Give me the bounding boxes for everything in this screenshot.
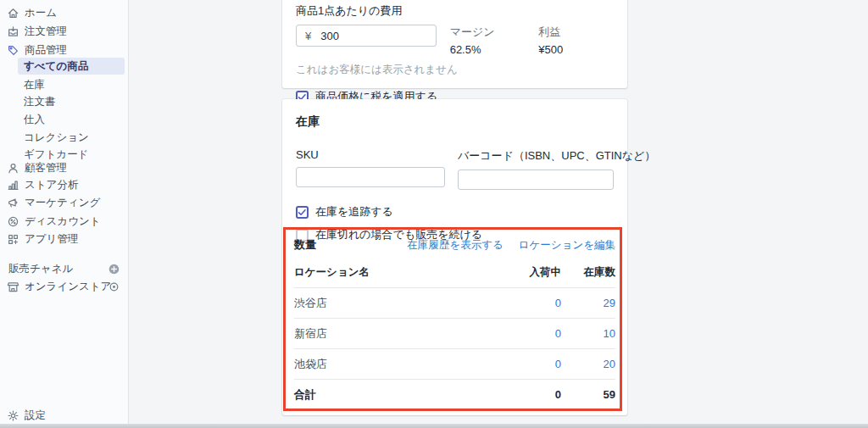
sidebar-item-label: オンラインストア [25,280,111,294]
available-value[interactable]: 29 [561,297,615,309]
sidebar-item-label: 注文管理 [25,25,67,39]
sidebar-item-label: 設定 [25,409,46,423]
column-location: ロケーション名 [294,265,495,280]
sku-label: SKU [296,148,445,161]
sidebar-item-products[interactable]: 商品管理 [0,42,129,59]
sidebar-item-orders[interactable]: 注文管理 [0,23,129,41]
sidebar-item-label: 商品管理 [25,43,67,58]
orders-icon [7,25,19,38]
cost-input[interactable] [320,30,426,42]
cost-input-wrap: ¥ [296,25,437,47]
home-icon [7,7,19,19]
inventory-card: 在庫 SKU バーコード（ISBN、UPC、GTINなど） 在庫を追跡する [282,99,627,415]
profit-label: 利益 [538,25,614,40]
bar-chart-icon [7,179,19,192]
edit-locations-link[interactable]: ロケーションを編集 [519,238,615,253]
currency-prefix: ¥ [305,30,311,42]
column-available: 在庫数 [561,265,615,280]
sidebar-item-home[interactable]: ホーム [0,4,129,22]
incoming-value[interactable]: 0 [495,297,561,309]
margin-label: マージン [450,25,526,40]
sidebar-item-label: マーケティング [25,196,100,210]
storefront-icon [7,281,19,293]
tag-icon [7,44,19,57]
sidebar-item-label: コレクション [24,131,89,145]
quantity-table-body: 渋谷店 0 29 新宿店 0 10 池袋店 0 20 [294,288,615,380]
available-value[interactable]: 10 [561,327,615,340]
sidebar-item-purchase-orders[interactable]: 注文書 [0,93,129,111]
add-sales-channel-icon[interactable] [108,263,120,275]
column-incoming: 入荷中 [495,265,561,280]
sidebar-item-inventory[interactable]: 在庫 [0,76,129,94]
sidebar: ホーム 注文管理 商品管理 すべての商品 在庫 注文書 仕入 コレクション ギフ… [0,0,129,428]
quantity-total-row: 合計 0 59 [294,380,615,409]
sidebar-sales-channels-header: 販売チャネル [0,260,129,278]
sidebar-item-label: 顧客管理 [25,161,67,175]
sidebar-item-discounts[interactable]: ディスカウント [0,213,129,231]
inventory-history-link[interactable]: 在庫履歴を表示する [407,238,503,253]
location-row: 新宿店 0 10 [294,319,615,349]
sidebar-item-label: アプリ管理 [25,232,78,247]
track-inventory-label: 在庫を追跡する [315,204,393,220]
incoming-value[interactable]: 0 [495,358,561,370]
sidebar-item-settings[interactable]: 設定 [0,407,129,425]
sku-input[interactable] [296,167,445,187]
sidebar-item-label: 仕入 [24,113,45,127]
location-name: 渋谷店 [294,296,495,311]
sidebar-item-label: ストア分析 [25,178,78,192]
window-bottom-edge [0,424,868,428]
incoming-value[interactable]: 0 [495,327,561,340]
sidebar-item-all-products[interactable]: すべての商品 [18,58,125,75]
total-available: 59 [561,388,615,401]
profit-value: ¥500 [538,43,614,56]
sidebar-item-apps[interactable]: アプリ管理 [0,231,129,248]
sidebar-item-label: すべての商品 [24,59,88,74]
sidebar-item-collections[interactable]: コレクション [0,129,129,147]
location-row: 渋谷店 0 29 [294,288,615,319]
cost-card: 商品1点あたりの費用 ¥ マージン 62.5% 利益 ¥500 これはお客様には… [282,0,627,88]
main-content: 商品1点あたりの費用 ¥ マージン 62.5% 利益 ¥500 これはお客様には… [129,0,868,428]
quantity-section: 数量 在庫履歴を表示する ロケーションを編集 ロケーション名 入荷中 在庫数 渋… [282,227,627,415]
sidebar-item-customers[interactable]: 顧客管理 [0,159,129,177]
location-name: 池袋店 [294,357,495,372]
apps-icon [7,233,19,246]
quantity-table-header: ロケーション名 入荷中 在庫数 [294,258,615,288]
sidebar-section-label: 販売チャネル [8,262,73,276]
customers-icon [7,162,19,175]
sidebar-item-label: ホーム [25,6,57,20]
megaphone-icon [7,197,19,209]
sidebar-item-online-store[interactable]: オンラインストア [0,278,129,296]
barcode-input[interactable] [458,170,614,190]
discount-icon [7,215,19,228]
sidebar-item-label: 在庫 [24,78,45,92]
inventory-card-title: 在庫 [296,114,614,130]
margin-value: 62.5% [450,43,526,56]
track-inventory-checkbox[interactable] [296,206,309,219]
location-name: 新宿店 [294,326,495,342]
sidebar-item-label: ディスカウント [25,214,101,229]
quantity-title: 数量 [294,237,316,253]
cost-help-text: これはお客様には表示されません [296,63,614,77]
sidebar-item-analytics[interactable]: ストア分析 [0,176,129,194]
location-row: 池袋店 0 20 [294,349,615,380]
sidebar-item-marketing[interactable]: マーケティング [0,194,129,212]
track-inventory-checkbox-row[interactable]: 在庫を追跡する [296,204,614,220]
cost-per-item-label: 商品1点あたりの費用 [296,3,614,19]
available-value[interactable]: 20 [561,358,615,370]
gear-icon [7,409,19,422]
sidebar-item-purchasing[interactable]: 仕入 [0,111,129,129]
total-incoming: 0 [495,388,561,401]
barcode-label: バーコード（ISBN、UPC、GTINなど） [458,148,614,164]
total-label: 合計 [294,387,495,403]
view-online-store-icon[interactable] [108,281,120,293]
sidebar-item-label: 注文書 [24,95,56,109]
